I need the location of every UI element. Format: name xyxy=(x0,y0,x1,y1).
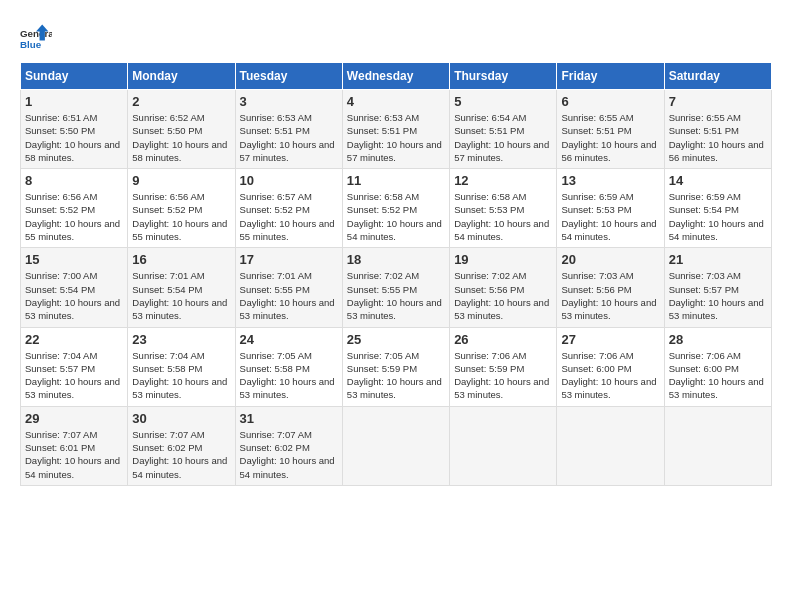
calendar-cell: 13 Sunrise: 6:59 AM Sunset: 5:53 PM Dayl… xyxy=(557,169,664,248)
day-info: Sunrise: 6:57 AM Sunset: 5:52 PM Dayligh… xyxy=(240,190,338,243)
day-info: Sunrise: 7:05 AM Sunset: 5:58 PM Dayligh… xyxy=(240,349,338,402)
day-number: 18 xyxy=(347,252,445,267)
calendar-cell: 31 Sunrise: 7:07 AM Sunset: 6:02 PM Dayl… xyxy=(235,406,342,485)
day-info: Sunrise: 7:01 AM Sunset: 5:54 PM Dayligh… xyxy=(132,269,230,322)
day-number: 2 xyxy=(132,94,230,109)
day-number: 29 xyxy=(25,411,123,426)
calendar-cell: 29 Sunrise: 7:07 AM Sunset: 6:01 PM Dayl… xyxy=(21,406,128,485)
calendar-cell: 19 Sunrise: 7:02 AM Sunset: 5:56 PM Dayl… xyxy=(450,248,557,327)
calendar-cell: 28 Sunrise: 7:06 AM Sunset: 6:00 PM Dayl… xyxy=(664,327,771,406)
day-info: Sunrise: 7:04 AM Sunset: 5:57 PM Dayligh… xyxy=(25,349,123,402)
day-number: 8 xyxy=(25,173,123,188)
day-number: 7 xyxy=(669,94,767,109)
day-number: 11 xyxy=(347,173,445,188)
day-number: 10 xyxy=(240,173,338,188)
calendar-cell: 14 Sunrise: 6:59 AM Sunset: 5:54 PM Dayl… xyxy=(664,169,771,248)
day-number: 16 xyxy=(132,252,230,267)
logo: GeneralBlue xyxy=(20,20,52,52)
svg-text:Blue: Blue xyxy=(20,39,42,50)
day-number: 19 xyxy=(454,252,552,267)
calendar-cell: 6 Sunrise: 6:55 AM Sunset: 5:51 PM Dayli… xyxy=(557,90,664,169)
day-info: Sunrise: 6:54 AM Sunset: 5:51 PM Dayligh… xyxy=(454,111,552,164)
day-number: 12 xyxy=(454,173,552,188)
week-row-5: 29 Sunrise: 7:07 AM Sunset: 6:01 PM Dayl… xyxy=(21,406,772,485)
day-number: 28 xyxy=(669,332,767,347)
day-number: 24 xyxy=(240,332,338,347)
calendar-cell: 16 Sunrise: 7:01 AM Sunset: 5:54 PM Dayl… xyxy=(128,248,235,327)
calendar-cell: 12 Sunrise: 6:58 AM Sunset: 5:53 PM Dayl… xyxy=(450,169,557,248)
header: GeneralBlue xyxy=(20,20,772,52)
calendar-cell: 21 Sunrise: 7:03 AM Sunset: 5:57 PM Dayl… xyxy=(664,248,771,327)
day-info: Sunrise: 7:02 AM Sunset: 5:56 PM Dayligh… xyxy=(454,269,552,322)
day-info: Sunrise: 7:01 AM Sunset: 5:55 PM Dayligh… xyxy=(240,269,338,322)
calendar-cell xyxy=(664,406,771,485)
day-info: Sunrise: 7:00 AM Sunset: 5:54 PM Dayligh… xyxy=(25,269,123,322)
column-header-wednesday: Wednesday xyxy=(342,63,449,90)
day-info: Sunrise: 7:06 AM Sunset: 6:00 PM Dayligh… xyxy=(561,349,659,402)
day-info: Sunrise: 7:03 AM Sunset: 5:57 PM Dayligh… xyxy=(669,269,767,322)
day-info: Sunrise: 7:07 AM Sunset: 6:02 PM Dayligh… xyxy=(240,428,338,481)
column-header-saturday: Saturday xyxy=(664,63,771,90)
day-number: 20 xyxy=(561,252,659,267)
day-info: Sunrise: 7:04 AM Sunset: 5:58 PM Dayligh… xyxy=(132,349,230,402)
day-number: 31 xyxy=(240,411,338,426)
day-info: Sunrise: 7:07 AM Sunset: 6:02 PM Dayligh… xyxy=(132,428,230,481)
calendar-cell xyxy=(450,406,557,485)
day-info: Sunrise: 7:06 AM Sunset: 5:59 PM Dayligh… xyxy=(454,349,552,402)
calendar-cell: 2 Sunrise: 6:52 AM Sunset: 5:50 PM Dayli… xyxy=(128,90,235,169)
calendar-cell: 5 Sunrise: 6:54 AM Sunset: 5:51 PM Dayli… xyxy=(450,90,557,169)
week-row-1: 1 Sunrise: 6:51 AM Sunset: 5:50 PM Dayli… xyxy=(21,90,772,169)
week-row-3: 15 Sunrise: 7:00 AM Sunset: 5:54 PM Dayl… xyxy=(21,248,772,327)
day-number: 9 xyxy=(132,173,230,188)
calendar-table: SundayMondayTuesdayWednesdayThursdayFrid… xyxy=(20,62,772,486)
day-info: Sunrise: 6:59 AM Sunset: 5:54 PM Dayligh… xyxy=(669,190,767,243)
day-number: 3 xyxy=(240,94,338,109)
day-number: 27 xyxy=(561,332,659,347)
day-info: Sunrise: 6:53 AM Sunset: 5:51 PM Dayligh… xyxy=(347,111,445,164)
calendar-cell: 22 Sunrise: 7:04 AM Sunset: 5:57 PM Dayl… xyxy=(21,327,128,406)
day-info: Sunrise: 6:56 AM Sunset: 5:52 PM Dayligh… xyxy=(25,190,123,243)
calendar-cell: 24 Sunrise: 7:05 AM Sunset: 5:58 PM Dayl… xyxy=(235,327,342,406)
calendar-cell: 11 Sunrise: 6:58 AM Sunset: 5:52 PM Dayl… xyxy=(342,169,449,248)
calendar-cell: 9 Sunrise: 6:56 AM Sunset: 5:52 PM Dayli… xyxy=(128,169,235,248)
calendar-cell: 3 Sunrise: 6:53 AM Sunset: 5:51 PM Dayli… xyxy=(235,90,342,169)
day-info: Sunrise: 6:53 AM Sunset: 5:51 PM Dayligh… xyxy=(240,111,338,164)
calendar-cell xyxy=(342,406,449,485)
day-number: 22 xyxy=(25,332,123,347)
calendar-cell: 23 Sunrise: 7:04 AM Sunset: 5:58 PM Dayl… xyxy=(128,327,235,406)
week-row-4: 22 Sunrise: 7:04 AM Sunset: 5:57 PM Dayl… xyxy=(21,327,772,406)
day-info: Sunrise: 6:58 AM Sunset: 5:52 PM Dayligh… xyxy=(347,190,445,243)
calendar-cell: 15 Sunrise: 7:00 AM Sunset: 5:54 PM Dayl… xyxy=(21,248,128,327)
day-number: 14 xyxy=(669,173,767,188)
calendar-cell: 30 Sunrise: 7:07 AM Sunset: 6:02 PM Dayl… xyxy=(128,406,235,485)
calendar-cell: 27 Sunrise: 7:06 AM Sunset: 6:00 PM Dayl… xyxy=(557,327,664,406)
column-headers: SundayMondayTuesdayWednesdayThursdayFrid… xyxy=(21,63,772,90)
logo-icon: GeneralBlue xyxy=(20,20,52,52)
day-number: 17 xyxy=(240,252,338,267)
day-number: 30 xyxy=(132,411,230,426)
day-number: 25 xyxy=(347,332,445,347)
day-number: 1 xyxy=(25,94,123,109)
column-header-sunday: Sunday xyxy=(21,63,128,90)
day-number: 4 xyxy=(347,94,445,109)
day-info: Sunrise: 7:03 AM Sunset: 5:56 PM Dayligh… xyxy=(561,269,659,322)
day-number: 21 xyxy=(669,252,767,267)
column-header-friday: Friday xyxy=(557,63,664,90)
calendar-cell: 8 Sunrise: 6:56 AM Sunset: 5:52 PM Dayli… xyxy=(21,169,128,248)
column-header-tuesday: Tuesday xyxy=(235,63,342,90)
day-info: Sunrise: 6:51 AM Sunset: 5:50 PM Dayligh… xyxy=(25,111,123,164)
day-number: 6 xyxy=(561,94,659,109)
day-info: Sunrise: 6:55 AM Sunset: 5:51 PM Dayligh… xyxy=(561,111,659,164)
day-info: Sunrise: 6:52 AM Sunset: 5:50 PM Dayligh… xyxy=(132,111,230,164)
day-number: 23 xyxy=(132,332,230,347)
calendar-cell xyxy=(557,406,664,485)
column-header-monday: Monday xyxy=(128,63,235,90)
day-info: Sunrise: 6:56 AM Sunset: 5:52 PM Dayligh… xyxy=(132,190,230,243)
calendar-cell: 17 Sunrise: 7:01 AM Sunset: 5:55 PM Dayl… xyxy=(235,248,342,327)
day-info: Sunrise: 6:58 AM Sunset: 5:53 PM Dayligh… xyxy=(454,190,552,243)
day-number: 26 xyxy=(454,332,552,347)
calendar-cell: 10 Sunrise: 6:57 AM Sunset: 5:52 PM Dayl… xyxy=(235,169,342,248)
day-info: Sunrise: 6:59 AM Sunset: 5:53 PM Dayligh… xyxy=(561,190,659,243)
day-number: 5 xyxy=(454,94,552,109)
calendar-cell: 18 Sunrise: 7:02 AM Sunset: 5:55 PM Dayl… xyxy=(342,248,449,327)
